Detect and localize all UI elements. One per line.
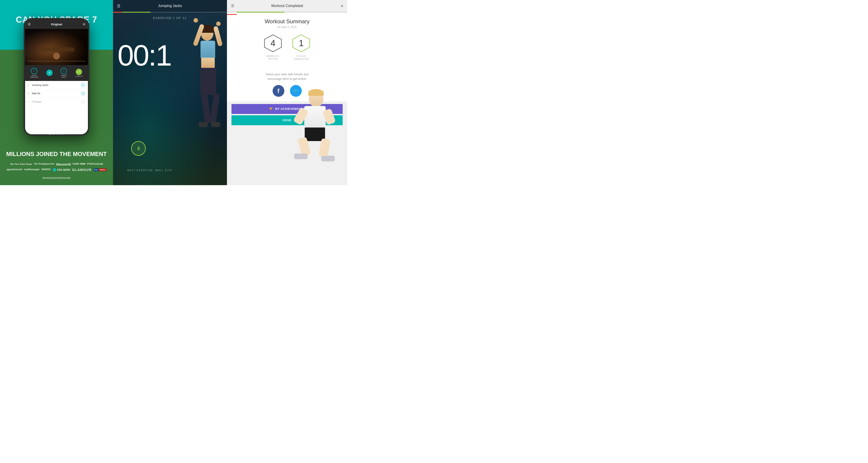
middle-menu-icon[interactable]: ☰ [117,4,120,8]
right-doc-icon[interactable]: ⊞ [341,4,343,7]
phone-title: Original [51,23,62,26]
press-wapo: The Washington Post [34,162,55,166]
right-pb-red [227,14,237,15]
workout-option-number: 4 [271,38,275,48]
hex-workout-option: 4 WORKOUTOPTION [264,34,283,61]
phone-doc-icon[interactable]: ⊞ [83,23,85,26]
timer-item-4: ⏱ 1 CIRCUIT [75,69,83,77]
phone-menu-icon[interactable]: ☰ [28,22,31,26]
hex-cycles-completed: 1 CYCLESCOMPLETED [291,34,311,61]
phone-mockup: ☰ Original ⊞ ⏱ 30 SECEXERCISE [24,18,89,136]
middle-title: Jumping Jacks [158,4,182,8]
right-pb-green [237,12,285,13]
press-macworld: Macworld [56,162,71,166]
workout-option-label: WORKOUTOPTION [267,55,279,61]
press-health: health ⊕⊕⊕ [72,162,85,166]
workout-person-area [164,12,227,166]
cycles-completed-number: 1 [299,38,304,48]
trophy-icon: 🏆 [269,107,273,111]
summary-date: for April 8, 2015 [238,26,336,29]
press-yahoo: YAHOO! [41,168,51,172]
timer-display: 00:1 [118,41,171,70]
next-exercise-label: NEXT EXERCISE: WALL SITS [113,169,186,172]
press-appolicious: appolicious® [6,168,22,172]
timer-item-2[interactable]: ⏸ [46,70,53,76]
press-nyt: The New York Times [10,162,32,166]
middle-header: ☰ Jumping Jacks [113,0,227,12]
hexagons-row: 4 WORKOUTOPTION 1 CYCLESCOMPLETED [238,34,336,61]
press-logos-container: The New York Times The Washington Post M… [0,159,113,175]
press-glamour: GLAMOUR [72,168,92,172]
cycles-completed-label: CYCLESCOMPLETED [293,55,309,61]
exercise-name-2: Wall Sit [32,92,81,95]
progress-green [122,12,151,13]
exercise-item-1[interactable]: 1 Jumping Jacks ▶ [25,81,88,89]
right-person-area [282,81,347,185]
summary-title: Workout Summary [238,18,336,25]
timer-item-1: ⏱ 30 SECEXERCISE [30,68,38,79]
right-summary-content: Workout Summary for April 8, 2015 4 WORK… [227,13,347,68]
right-menu-icon[interactable]: ☰ [231,4,234,8]
panel-right: ☰ Workout Completed ⊞ Workout Summary fo… [227,0,347,185]
exercise-name-3: Pushups [32,100,81,103]
right-header: ☰ Workout Completed ⊞ [227,0,347,12]
share-text: Share your stats with friends andencoura… [236,72,338,81]
hashtag: #everymomentcounts [42,176,70,180]
exercise-label: EXERCISE 1 OF 12 [113,16,227,20]
panel-middle: ☰ Jumping Jacks EXERCISE 1 OF 12 00:1 [113,0,227,185]
timer-item-3: ⏱ 10 RESTREST [61,68,67,79]
right-progress-bar [227,12,347,13]
movement-text: MILLIONS JOINED THE MOVEMENT [2,151,112,157]
right-title: Workout Completed [271,4,303,8]
press-cbs: ●CBS NEWS [53,168,70,172]
middle-progress-bar [113,12,227,13]
press-mfp: myfitnesspal [24,168,39,172]
press-fox: Fox NEWS [94,168,106,172]
pause-button[interactable]: ⏸ [131,141,146,156]
progress-red [113,12,122,13]
exercise-item-2[interactable]: 2 Wall Sit ▶ [25,89,88,98]
exercise-item-3[interactable]: 3 Pushups ▶ [25,98,88,106]
press-popsugar: POPSUGAR [87,162,103,166]
panel-left: CAN YOU SPARE 7 MINUTES? ☰ Original ⊞ [0,0,113,185]
exercise-name-1: Jumping Jacks [32,84,81,86]
